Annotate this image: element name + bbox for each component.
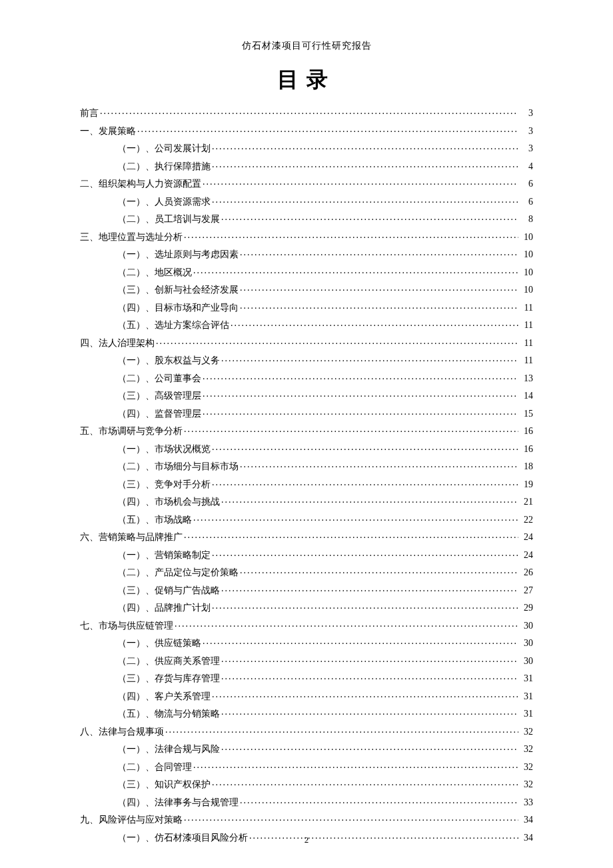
toc-entry[interactable]: （二）、公司董事会13 (80, 372, 533, 383)
toc-entry-page: 31 (520, 692, 533, 701)
toc-entry-page: 13 (520, 374, 533, 383)
toc-entry[interactable]: 四、法人治理架构11 (80, 337, 533, 348)
toc-entry[interactable]: （四）、法律事务与合规管理33 (80, 796, 533, 807)
toc-leader-dots (212, 478, 518, 487)
toc-entry[interactable]: 二、组织架构与人力资源配置6 (80, 177, 533, 189)
toc-entry-label: （三）、存货与库存管理 (117, 674, 220, 683)
toc-entry-label: （一）、人员资源需求 (117, 197, 211, 207)
toc-leader-dots (184, 813, 518, 823)
toc-leader-dots (156, 337, 518, 346)
toc-entry-page: 3 (520, 109, 533, 118)
toc-entry[interactable]: （二）、合同管理32 (80, 761, 533, 772)
toc-leader-dots (240, 460, 518, 469)
toc-entry-label: （五）、物流与分销策略 (117, 709, 220, 719)
toc-entry[interactable]: 三、地理位置与选址分析10 (80, 231, 533, 242)
toc-entry[interactable]: （三）、竞争对手分析19 (80, 478, 533, 489)
toc-entry-page: 31 (520, 709, 533, 719)
toc-leader-dots (212, 549, 518, 558)
toc-leader-dots (212, 601, 518, 611)
toc-entry[interactable]: （一）、法律合规与风险32 (80, 743, 533, 754)
toc-entry[interactable]: （一）、供应链策略30 (80, 637, 533, 648)
toc-entry-page: 32 (520, 763, 533, 772)
toc-leader-dots (184, 231, 518, 240)
toc-entry-page: 4 (520, 162, 533, 171)
toc-entry[interactable]: （一）、公司发展计划3 (80, 142, 533, 153)
toc-entry[interactable]: 五、市场调研与竞争分析16 (80, 425, 533, 436)
toc-entry-label: （二）、员工培训与发展 (117, 215, 220, 224)
document-header: 仿石材漆项目可行性研究报告 (80, 40, 533, 52)
toc-entry[interactable]: （三）、创新与社会经济发展10 (80, 283, 533, 295)
toc-leader-dots (137, 125, 518, 134)
toc-entry-page: 21 (520, 497, 533, 507)
toc-entry[interactable]: （二）、市场细分与目标市场18 (80, 460, 533, 471)
toc-entry-page: 8 (520, 215, 533, 224)
toc-entry[interactable]: （二）、地区概况10 (80, 266, 533, 277)
toc-entry[interactable]: （二）、供应商关系管理30 (80, 655, 533, 666)
toc-entry-page: 10 (520, 268, 533, 277)
toc-entry[interactable]: （五）、物流与分销策略31 (80, 707, 533, 719)
toc-leader-dots (221, 672, 518, 681)
page-number: 2 (0, 835, 613, 845)
toc-entry[interactable]: 七、市场与供应链管理30 (80, 619, 533, 631)
toc-entry-page: 6 (520, 179, 533, 189)
toc-entry[interactable]: （四）、客户关系管理31 (80, 690, 533, 701)
toc-entry-label: 八、法律与合规事项 (80, 727, 164, 737)
toc-leader-dots (240, 566, 518, 575)
toc-entry[interactable]: （三）、促销与广告战略27 (80, 584, 533, 595)
toc-leader-dots (212, 443, 518, 452)
toc-entry[interactable]: （五）、市场战略22 (80, 513, 533, 525)
toc-leader-dots (193, 266, 518, 275)
toc-entry-page: 10 (520, 285, 533, 295)
document-page: 仿石材漆项目可行性研究报告 目录 前言3一、发展策略3（一）、公司发展计划3（二… (0, 0, 613, 868)
toc-entry-label: （一）、股东权益与义务 (117, 356, 220, 365)
toc-entry[interactable]: （一）、营销策略制定24 (80, 549, 533, 560)
toc-entry[interactable]: （一）、股东权益与义务11 (80, 354, 533, 365)
toc-entry[interactable]: 六、营销策略与品牌推广24 (80, 531, 533, 542)
toc-entry[interactable]: （四）、目标市场和产业导向11 (80, 301, 533, 313)
toc-entry[interactable]: 一、发展策略3 (80, 125, 533, 136)
toc-entry[interactable]: （四）、品牌推广计划29 (80, 601, 533, 613)
toc-entry-page: 24 (520, 533, 533, 542)
toc-entry[interactable]: （一）、选址原则与考虑因素10 (80, 248, 533, 259)
toc-entry-page: 32 (520, 745, 533, 754)
toc-leader-dots (100, 107, 518, 116)
toc-entry-label: （二）、供应商关系管理 (117, 657, 220, 666)
toc-entry[interactable]: （三）、高级管理层14 (80, 389, 533, 401)
toc-leader-dots (175, 619, 518, 629)
toc-entry[interactable]: （一）、市场状况概览16 (80, 443, 533, 454)
toc-entry-label: （四）、法律事务与合规管理 (117, 798, 239, 807)
toc-entry-page: 10 (520, 250, 533, 259)
toc-entry-page: 11 (520, 303, 533, 313)
toc-leader-dots (193, 761, 518, 770)
toc-entry[interactable]: （五）、选址方案综合评估11 (80, 319, 533, 330)
toc-entry-label: （一）、市场状况概览 (117, 445, 211, 454)
toc-leader-dots (240, 796, 518, 805)
toc-entry-page: 18 (520, 462, 533, 471)
toc-entry[interactable]: 九、风险评估与应对策略34 (80, 813, 533, 825)
toc-leader-dots (212, 778, 518, 787)
toc-leader-dots (221, 354, 518, 363)
toc-entry[interactable]: （四）、监督管理层15 (80, 407, 533, 419)
toc-entry-page: 11 (520, 356, 533, 365)
toc-leader-dots (221, 584, 518, 593)
toc-entry-label: （四）、品牌推广计划 (117, 603, 211, 613)
toc-leader-dots (184, 531, 518, 540)
toc-entry[interactable]: （二）、员工培训与发展8 (80, 213, 533, 224)
toc-leader-dots (221, 743, 518, 752)
toc-entry-label: （二）、市场细分与目标市场 (117, 462, 239, 471)
toc-entry-label: （二）、产品定位与定价策略 (117, 568, 239, 577)
toc-entry[interactable]: （二）、执行保障措施4 (80, 160, 533, 171)
toc-entry-label: 五、市场调研与竞争分析 (80, 427, 183, 436)
toc-entry[interactable]: （四）、市场机会与挑战21 (80, 495, 533, 507)
toc-entry-page: 14 (520, 391, 533, 401)
toc-entry[interactable]: （三）、知识产权保护32 (80, 778, 533, 789)
toc-entry[interactable]: 八、法律与合规事项32 (80, 725, 533, 737)
toc-entry-page: 33 (520, 798, 533, 807)
toc-entry[interactable]: 前言3 (80, 107, 533, 118)
toc-entry-page: 34 (520, 815, 533, 825)
toc-leader-dots (221, 707, 518, 717)
toc-entry[interactable]: （三）、存货与库存管理31 (80, 672, 533, 683)
toc-entry-label: （一）、选址原则与考虑因素 (117, 250, 239, 259)
toc-entry[interactable]: （二）、产品定位与定价策略26 (80, 566, 533, 577)
toc-entry[interactable]: （一）、人员资源需求6 (80, 195, 533, 207)
